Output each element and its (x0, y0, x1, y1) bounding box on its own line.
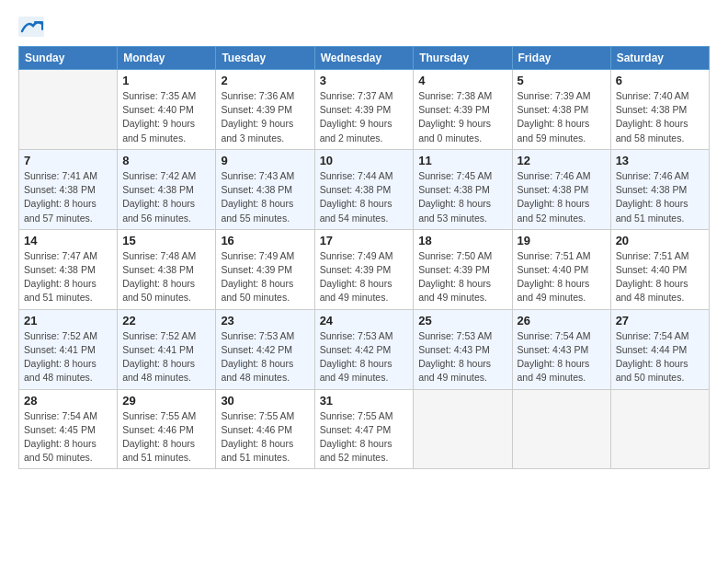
day-number: 16 (221, 234, 309, 247)
calendar-day-cell: 2Sunrise: 7:36 AMSunset: 4:39 PMDaylight… (216, 70, 314, 150)
logo-icon (18, 17, 44, 37)
day-detail: Sunrise: 7:41 AMSunset: 4:38 PMDaylight:… (24, 169, 112, 225)
calendar-day-cell: 8Sunrise: 7:42 AMSunset: 4:38 PMDaylight… (118, 149, 216, 229)
day-number: 18 (418, 234, 506, 247)
day-detail: Sunrise: 7:55 AMSunset: 4:46 PMDaylight:… (122, 409, 210, 465)
calendar-day-cell: 20Sunrise: 7:51 AMSunset: 4:40 PMDayligh… (610, 229, 709, 309)
day-number: 6 (616, 74, 704, 87)
day-number: 13 (616, 154, 704, 167)
calendar-day-cell: 4Sunrise: 7:38 AMSunset: 4:39 PMDaylight… (414, 70, 512, 150)
calendar-week-row: 28Sunrise: 7:54 AMSunset: 4:45 PMDayligh… (19, 389, 710, 469)
day-detail: Sunrise: 7:54 AMSunset: 4:44 PMDaylight:… (616, 329, 704, 385)
day-detail: Sunrise: 7:49 AMSunset: 4:39 PMDaylight:… (320, 249, 409, 305)
day-number: 7 (24, 154, 112, 167)
day-detail: Sunrise: 7:50 AMSunset: 4:39 PMDaylight:… (418, 249, 506, 305)
calendar-header: SundayMondayTuesdayWednesdayThursdayFrid… (19, 47, 710, 70)
day-number: 11 (418, 154, 506, 167)
day-detail: Sunrise: 7:45 AMSunset: 4:38 PMDaylight:… (418, 169, 506, 225)
calendar-day-cell: 29Sunrise: 7:55 AMSunset: 4:46 PMDayligh… (118, 389, 216, 469)
calendar-day-cell: 23Sunrise: 7:53 AMSunset: 4:42 PMDayligh… (216, 309, 314, 389)
day-detail: Sunrise: 7:55 AMSunset: 4:46 PMDaylight:… (221, 409, 309, 465)
day-number: 20 (616, 234, 704, 247)
calendar-day-cell: 16Sunrise: 7:49 AMSunset: 4:39 PMDayligh… (216, 229, 314, 309)
day-detail: Sunrise: 7:55 AMSunset: 4:47 PMDaylight:… (320, 409, 409, 465)
weekday-header: Saturday (610, 47, 709, 70)
day-detail: Sunrise: 7:52 AMSunset: 4:41 PMDaylight:… (24, 329, 112, 385)
day-number: 9 (221, 154, 309, 167)
weekday-header: Friday (512, 47, 610, 70)
day-detail: Sunrise: 7:43 AMSunset: 4:38 PMDaylight:… (221, 169, 309, 225)
day-detail: Sunrise: 7:37 AMSunset: 4:39 PMDaylight:… (320, 89, 409, 145)
day-number: 12 (518, 154, 606, 167)
day-detail: Sunrise: 7:47 AMSunset: 4:38 PMDaylight:… (24, 249, 112, 305)
day-number: 17 (320, 234, 409, 247)
calendar-day-cell: 10Sunrise: 7:44 AMSunset: 4:38 PMDayligh… (314, 149, 414, 229)
day-number: 3 (320, 74, 409, 87)
day-number: 19 (518, 234, 606, 247)
calendar-day-cell: 9Sunrise: 7:43 AMSunset: 4:38 PMDaylight… (216, 149, 314, 229)
day-detail: Sunrise: 7:36 AMSunset: 4:39 PMDaylight:… (221, 89, 309, 145)
calendar-day-cell: 5Sunrise: 7:39 AMSunset: 4:38 PMDaylight… (512, 70, 610, 150)
calendar-week-row: 7Sunrise: 7:41 AMSunset: 4:38 PMDaylight… (19, 149, 710, 229)
day-detail: Sunrise: 7:46 AMSunset: 4:38 PMDaylight:… (616, 169, 704, 225)
day-number: 5 (518, 74, 606, 87)
calendar-day-cell: 19Sunrise: 7:51 AMSunset: 4:40 PMDayligh… (512, 229, 610, 309)
day-number: 31 (320, 394, 409, 408)
day-number: 29 (122, 394, 210, 408)
day-number: 2 (221, 74, 309, 87)
calendar-day-cell: 31Sunrise: 7:55 AMSunset: 4:47 PMDayligh… (314, 389, 414, 469)
calendar-day-cell: 26Sunrise: 7:54 AMSunset: 4:43 PMDayligh… (512, 309, 610, 389)
calendar-day-cell: 21Sunrise: 7:52 AMSunset: 4:41 PMDayligh… (19, 309, 118, 389)
calendar-day-cell: 27Sunrise: 7:54 AMSunset: 4:44 PMDayligh… (610, 309, 709, 389)
calendar-day-cell: 13Sunrise: 7:46 AMSunset: 4:38 PMDayligh… (610, 149, 709, 229)
page: SundayMondayTuesdayWednesdayThursdayFrid… (0, 0, 728, 486)
calendar-week-row: 21Sunrise: 7:52 AMSunset: 4:41 PMDayligh… (19, 309, 710, 389)
day-detail: Sunrise: 7:51 AMSunset: 4:40 PMDaylight:… (616, 249, 704, 305)
day-number: 10 (320, 154, 409, 167)
day-detail: Sunrise: 7:52 AMSunset: 4:41 PMDaylight:… (122, 329, 210, 385)
day-number: 30 (221, 394, 309, 408)
weekday-header: Tuesday (216, 47, 314, 70)
weekday-header: Sunday (19, 47, 118, 70)
day-number: 24 (320, 314, 409, 327)
calendar: SundayMondayTuesdayWednesdayThursdayFrid… (18, 46, 710, 469)
calendar-body: 1Sunrise: 7:35 AMSunset: 4:40 PMDaylight… (19, 70, 710, 469)
calendar-day-cell (512, 389, 610, 469)
day-number: 21 (24, 314, 112, 327)
calendar-day-cell: 30Sunrise: 7:55 AMSunset: 4:46 PMDayligh… (216, 389, 314, 469)
calendar-day-cell: 6Sunrise: 7:40 AMSunset: 4:38 PMDaylight… (610, 70, 709, 150)
calendar-day-cell (414, 389, 512, 469)
day-detail: Sunrise: 7:48 AMSunset: 4:38 PMDaylight:… (122, 249, 210, 305)
day-number: 27 (616, 314, 704, 327)
calendar-day-cell (610, 389, 709, 469)
calendar-day-cell: 14Sunrise: 7:47 AMSunset: 4:38 PMDayligh… (19, 229, 118, 309)
calendar-day-cell: 15Sunrise: 7:48 AMSunset: 4:38 PMDayligh… (118, 229, 216, 309)
calendar-day-cell: 12Sunrise: 7:46 AMSunset: 4:38 PMDayligh… (512, 149, 610, 229)
day-number: 22 (122, 314, 210, 327)
calendar-day-cell: 18Sunrise: 7:50 AMSunset: 4:39 PMDayligh… (414, 229, 512, 309)
day-number: 15 (122, 234, 210, 247)
header (18, 17, 710, 37)
day-detail: Sunrise: 7:51 AMSunset: 4:40 PMDaylight:… (518, 249, 606, 305)
weekday-row: SundayMondayTuesdayWednesdayThursdayFrid… (19, 47, 710, 70)
day-detail: Sunrise: 7:38 AMSunset: 4:39 PMDaylight:… (418, 89, 506, 145)
calendar-day-cell: 11Sunrise: 7:45 AMSunset: 4:38 PMDayligh… (414, 149, 512, 229)
calendar-day-cell: 28Sunrise: 7:54 AMSunset: 4:45 PMDayligh… (19, 389, 118, 469)
weekday-header: Thursday (414, 47, 512, 70)
calendar-day-cell: 24Sunrise: 7:53 AMSunset: 4:42 PMDayligh… (314, 309, 414, 389)
calendar-day-cell: 1Sunrise: 7:35 AMSunset: 4:40 PMDaylight… (118, 70, 216, 150)
calendar-day-cell: 22Sunrise: 7:52 AMSunset: 4:41 PMDayligh… (118, 309, 216, 389)
day-detail: Sunrise: 7:39 AMSunset: 4:38 PMDaylight:… (518, 89, 606, 145)
day-number: 26 (518, 314, 606, 327)
day-detail: Sunrise: 7:54 AMSunset: 4:43 PMDaylight:… (518, 329, 606, 385)
day-detail: Sunrise: 7:54 AMSunset: 4:45 PMDaylight:… (24, 409, 112, 465)
day-detail: Sunrise: 7:46 AMSunset: 4:38 PMDaylight:… (518, 169, 606, 225)
logo (18, 17, 48, 37)
calendar-day-cell: 3Sunrise: 7:37 AMSunset: 4:39 PMDaylight… (314, 70, 414, 150)
day-number: 23 (221, 314, 309, 327)
day-detail: Sunrise: 7:40 AMSunset: 4:38 PMDaylight:… (616, 89, 704, 145)
svg-rect-0 (18, 17, 44, 37)
day-detail: Sunrise: 7:53 AMSunset: 4:42 PMDaylight:… (320, 329, 409, 385)
day-number: 28 (24, 394, 112, 408)
calendar-day-cell: 25Sunrise: 7:53 AMSunset: 4:43 PMDayligh… (414, 309, 512, 389)
